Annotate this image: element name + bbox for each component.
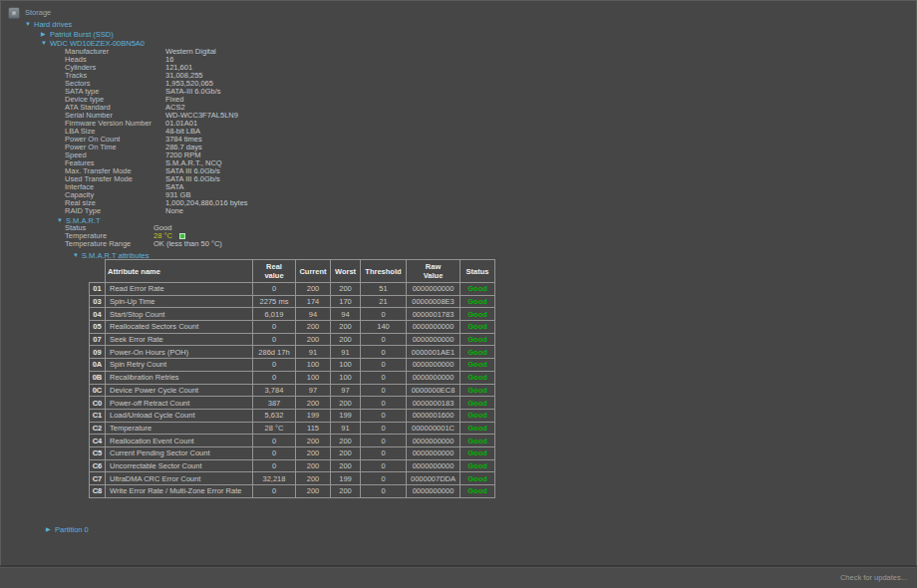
- worst-cell: 200: [331, 333, 361, 346]
- status-cell: Good: [460, 321, 495, 334]
- threshold-cell: 0: [361, 371, 407, 384]
- status-cell: Good: [460, 371, 495, 384]
- raw-value-cell: 00000008E3: [407, 295, 460, 308]
- real-value-cell: 32,218: [253, 472, 296, 485]
- smart-attribute-row: C5Current Pending Sector Count0200200000…: [90, 446, 495, 459]
- current-cell: 200: [296, 333, 331, 346]
- status-cell: Good: [460, 346, 495, 359]
- attribute-name-cell: Power-On Hours (POH): [106, 346, 253, 359]
- current-cell: 199: [296, 409, 331, 422]
- attribute-name-cell: Start/Stop Count: [106, 308, 253, 321]
- tree-item-hard-drives[interactable]: ▼Hard drives: [25, 20, 72, 29]
- tree-label-hard-drives: Hard drives: [34, 20, 72, 29]
- threshold-cell: 0: [361, 472, 407, 485]
- attribute-id-cell: 0A: [90, 359, 106, 372]
- tree-item-partition-0[interactable]: ▶Partition 0: [46, 525, 89, 534]
- header-attribute-name: Attribute name: [106, 260, 253, 283]
- raw-value-cell: 0000001AE1: [407, 346, 460, 359]
- tree-item-storage[interactable]: Storage: [8, 7, 51, 19]
- status-cell: Good: [460, 359, 495, 372]
- attribute-id-cell: 01: [90, 283, 106, 296]
- tree-item-patriot-burst[interactable]: ▶Patriot Burst (SSD): [41, 30, 114, 39]
- raw-value-cell: 0000000183: [407, 397, 460, 410]
- threshold-cell: 0: [361, 435, 407, 447]
- current-cell: 200: [296, 459, 331, 472]
- worst-cell: 200: [331, 397, 361, 410]
- status-cell: Good: [460, 333, 495, 346]
- threshold-cell: 0: [361, 409, 407, 422]
- detail-row: ManufacturerWestern Digital: [65, 48, 248, 56]
- smart-temp-range-row: Temperature RangeOK (less than 50 °C): [65, 240, 222, 248]
- attribute-name-cell: Device Power Cycle Count: [106, 384, 253, 397]
- attribute-id-cell: C5: [90, 446, 106, 459]
- threshold-cell: 0: [361, 459, 407, 472]
- header-id-spacer: [90, 260, 106, 283]
- threshold-cell: 0: [361, 397, 407, 410]
- status-cell: Good: [460, 446, 495, 459]
- worst-cell: 199: [331, 409, 361, 422]
- real-value-cell: 0: [253, 333, 296, 346]
- attribute-id-cell: C7: [90, 472, 106, 485]
- current-cell: 200: [296, 321, 331, 334]
- attribute-id-cell: 09: [90, 346, 106, 359]
- real-value-cell: 0: [253, 485, 296, 498]
- attribute-name-cell: Reallocation Event Count: [106, 435, 253, 447]
- smart-attribute-row: C6Uncorrectable Sector Count020020000000…: [90, 459, 495, 472]
- threshold-cell: 21: [361, 295, 407, 308]
- attribute-name-cell: Seek Error Rate: [106, 333, 253, 346]
- check-for-updates-link[interactable]: Check for updates...: [840, 573, 907, 582]
- real-value-cell: 3,784: [253, 384, 296, 397]
- status-cell: Good: [460, 485, 495, 498]
- smart-attribute-row: 0CDevice Power Cycle Count3,784979700000…: [90, 384, 495, 397]
- attribute-id-cell: C1: [90, 409, 106, 422]
- smart-attribute-row: 07Seek Error Rate020020000000000000Good: [90, 333, 495, 346]
- current-cell: 100: [296, 371, 331, 384]
- status-bar: Check for updates...: [0, 567, 917, 588]
- status-cell: Good: [460, 308, 495, 321]
- real-value-cell: 0: [253, 359, 296, 372]
- temperature-ok-led-icon: [179, 233, 185, 239]
- status-cell: Good: [460, 295, 495, 308]
- worst-cell: 100: [331, 371, 361, 384]
- status-cell: Good: [460, 459, 495, 472]
- header-real-value: Realvalue: [253, 260, 296, 283]
- worst-cell: 97: [331, 384, 361, 397]
- threshold-cell: 0: [361, 346, 407, 359]
- raw-value-cell: 0000000EC8: [407, 384, 460, 397]
- current-cell: 200: [296, 397, 331, 410]
- smart-info-list: StatusGood Temperature28 °C Temperature …: [65, 224, 222, 249]
- attribute-name-cell: Uncorrectable Sector Count: [106, 459, 253, 472]
- worst-cell: 200: [331, 446, 361, 459]
- worst-cell: 200: [331, 459, 361, 472]
- attribute-id-cell: 07: [90, 333, 106, 346]
- real-value-cell: 387: [253, 397, 296, 410]
- real-value-cell: 0: [253, 459, 296, 472]
- attribute-id-cell: 03: [90, 295, 106, 308]
- real-value-cell: 0: [253, 446, 296, 459]
- attribute-id-cell: 04: [90, 308, 106, 321]
- worst-cell: 200: [331, 321, 361, 334]
- threshold-cell: 0: [361, 384, 407, 397]
- real-value-cell: 0: [253, 435, 296, 447]
- header-raw-value: RawValue: [407, 260, 460, 283]
- smart-attribute-row: C7UltraDMA CRC Error Count32,21820019900…: [90, 472, 495, 485]
- attribute-name-cell: Spin-Up Time: [106, 295, 253, 308]
- real-value-cell: 2275 ms: [253, 295, 296, 308]
- attribute-name-cell: Recalibration Retries: [106, 371, 253, 384]
- attribute-name-cell: Write Error Rate / Multi-Zone Error Rate: [106, 485, 253, 498]
- header-status: Status: [460, 260, 495, 283]
- attribute-id-cell: C0: [90, 397, 106, 410]
- worst-cell: 94: [331, 308, 361, 321]
- threshold-cell: 0: [361, 422, 407, 435]
- header-worst: Worst: [331, 260, 361, 283]
- attribute-id-cell: C8: [90, 485, 106, 498]
- attribute-id-cell: C6: [90, 459, 106, 472]
- detail-row: RAID TypeNone: [65, 207, 248, 215]
- raw-value-cell: 0000000000: [407, 283, 460, 296]
- attribute-name-cell: Load/Unload Cycle Count: [106, 409, 253, 422]
- raw-value-cell: 0000000000: [407, 485, 460, 498]
- current-cell: 200: [296, 283, 331, 296]
- attribute-name-cell: Reallocated Sectors Count: [106, 321, 253, 334]
- real-value-cell: 0: [253, 321, 296, 334]
- smart-attribute-row: C8Write Error Rate / Multi-Zone Error Ra…: [90, 485, 495, 498]
